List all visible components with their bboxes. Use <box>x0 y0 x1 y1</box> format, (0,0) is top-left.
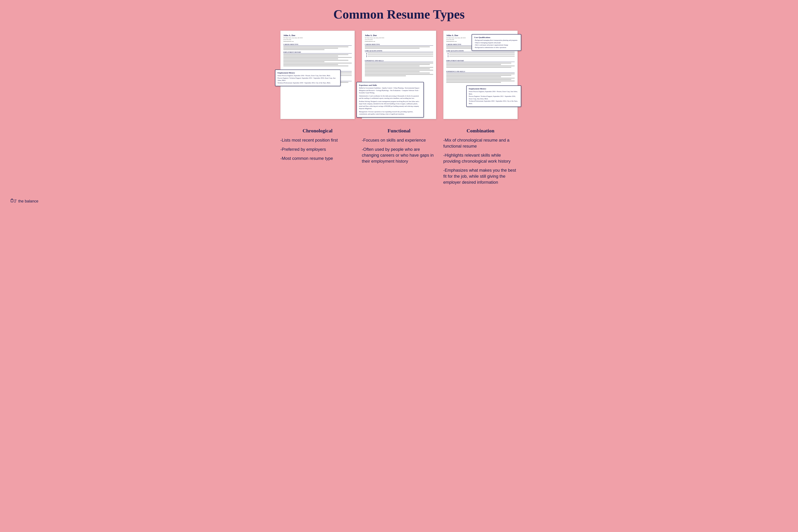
emp-callout-line-2: Process Engineer: Technical Support, Sep… <box>278 77 338 82</box>
line <box>446 64 501 65</box>
chronological-item-2: -Preferred by employers <box>280 146 355 152</box>
line <box>365 63 433 63</box>
quals-bullets-2 <box>366 53 433 57</box>
svg-rect-1 <box>12 199 13 200</box>
line <box>446 80 515 81</box>
logo-text: the balance <box>18 199 38 204</box>
line <box>283 61 324 62</box>
bullet-dot <box>366 55 367 55</box>
bullet-line <box>368 56 433 57</box>
bullet-line <box>449 53 515 54</box>
bullet-dot <box>366 53 367 54</box>
core-callout-title: Core Qualifications <box>474 36 519 38</box>
line <box>283 48 338 49</box>
functional-item-1: -Focuses on skills and experience <box>362 137 436 143</box>
exp-callout-line-2: Administrative: Lead coordinator for the… <box>359 95 421 100</box>
bullet-item <box>366 54 433 55</box>
combination-resume-column: Core Qualifications - Background managin… <box>443 31 518 119</box>
bullet-line <box>449 54 515 55</box>
bullet-dot <box>448 53 448 54</box>
emp-callout-3-line-1: Senior Process Engineer, September 2016 … <box>469 91 519 95</box>
line <box>446 82 501 83</box>
line <box>283 46 348 47</box>
core-quals-callout: Core Qualifications - Background managin… <box>471 34 521 51</box>
combination-description: Combination -Mix of chronological resume… <box>443 128 518 188</box>
bullet-item <box>448 53 515 54</box>
resume2-name: John A. Doe <box>365 34 433 37</box>
experience-skills-callout: Experience and Skills Skilled in Governm… <box>356 82 424 117</box>
chronological-resume-column: Employment History Senior Process Engine… <box>280 31 355 119</box>
page-title: Common Resume Types <box>11 7 787 22</box>
logo-container: the balance <box>11 198 38 204</box>
line <box>283 63 352 63</box>
emp-callout-line-1: Senior Process Engineer, September 2016 … <box>278 75 338 77</box>
svg-rect-0 <box>11 199 13 202</box>
line <box>365 68 430 69</box>
bullet-dot <box>448 55 448 55</box>
combination-item-3: -Emphasizes what makes you the best fit … <box>443 167 518 185</box>
emp-callout-title: Employment History <box>278 72 338 74</box>
line <box>283 56 338 56</box>
core-callout-line-1: - Background managing direct transporati… <box>474 39 519 42</box>
footer: the balance <box>11 195 787 204</box>
line <box>446 75 511 76</box>
bullet-line <box>449 56 515 57</box>
chronological-item-1: -Lists most recent position first <box>280 137 355 143</box>
line <box>365 65 420 66</box>
functional-item-2: -Often used by people who are changing c… <box>362 146 436 164</box>
line <box>365 48 420 49</box>
core-callout-line-2: - Adept at managing programs and people <box>474 42 519 44</box>
chronological-title: Chronological <box>280 128 355 134</box>
resume1-contact: 925 Main Street, Ann Arbor, MI 55555 (21… <box>283 37 352 42</box>
combination-resume-wrapper: Core Qualifications - Background managin… <box>443 31 518 119</box>
emp-callout-3-line-2: Process Engineer: Technical Support, Sep… <box>469 95 519 100</box>
bullet-dot <box>366 56 367 57</box>
emp-callout-line-3: Technical Professional, September 2010 -… <box>278 82 338 84</box>
combination-item-2: -Highlights relevant skills while provid… <box>443 152 518 164</box>
resume3-section-emp: EMPLOYMENT HISTORY <box>446 60 515 62</box>
chronological-resume-wrapper: Employment History Senior Process Engine… <box>280 31 355 119</box>
core-callout-line-4: - Background as administrator of office … <box>474 46 519 49</box>
resume1-section-employment: EMPLOYMENT HISTORY <box>283 52 352 54</box>
line <box>283 49 324 50</box>
core-callout-line-3: - Able to anticipate and project organiz… <box>474 44 519 46</box>
resume2-section-quals: CORE QUALIFICATIONS <box>365 50 433 52</box>
exp-callout-line-1: Skilled in Government Guidelines - Quali… <box>359 87 421 94</box>
line <box>446 73 515 74</box>
bullet-line <box>368 54 433 55</box>
resume2-contact: 925 Main Street, Ann Arbor, MI 55555 (21… <box>365 37 433 42</box>
line <box>365 46 430 47</box>
bullet-item <box>448 54 515 55</box>
balance-logo-icon <box>11 198 17 204</box>
quals-bullets-3 <box>448 53 515 57</box>
line <box>446 63 511 63</box>
line <box>283 57 352 58</box>
line <box>446 78 515 79</box>
line <box>446 67 511 68</box>
line <box>365 67 433 68</box>
line <box>283 65 348 66</box>
combination-item-1: -Mix of chronological resume and a funct… <box>443 137 518 149</box>
exp-callout-line-4: Management: Oversaw operations of an exp… <box>359 111 421 115</box>
resume2-section-exp: EXPERIENCE AND SKILLS <box>365 60 433 62</box>
line <box>283 60 348 61</box>
bullet-dot <box>448 56 448 57</box>
descriptions-row: Chronological -Lists most recent positio… <box>11 128 787 188</box>
functional-description: Functional -Focuses on skills and experi… <box>362 128 436 188</box>
employment-history-callout: Employment History Senior Process Engine… <box>275 70 340 86</box>
bullet-item <box>448 56 515 57</box>
exp-callout-title: Experience and Skills <box>359 84 421 86</box>
line <box>446 79 511 80</box>
resume2-section-career: CAREER OBJECTIVE <box>365 44 433 46</box>
bullet-item <box>366 53 433 54</box>
functional-resume-wrapper: Experience and Skills Skilled in Governm… <box>362 31 436 119</box>
line <box>283 58 338 59</box>
functional-resume-column: Experience and Skills Skilled in Governm… <box>362 31 436 119</box>
line <box>365 71 420 72</box>
functional-title: Functional <box>362 128 436 134</box>
resumes-row: Employment History Senior Process Engine… <box>11 31 787 119</box>
resume1-section-career: CAREER OBJECTIVE <box>283 44 352 46</box>
line <box>365 74 433 75</box>
line <box>365 75 406 76</box>
line <box>283 54 348 55</box>
